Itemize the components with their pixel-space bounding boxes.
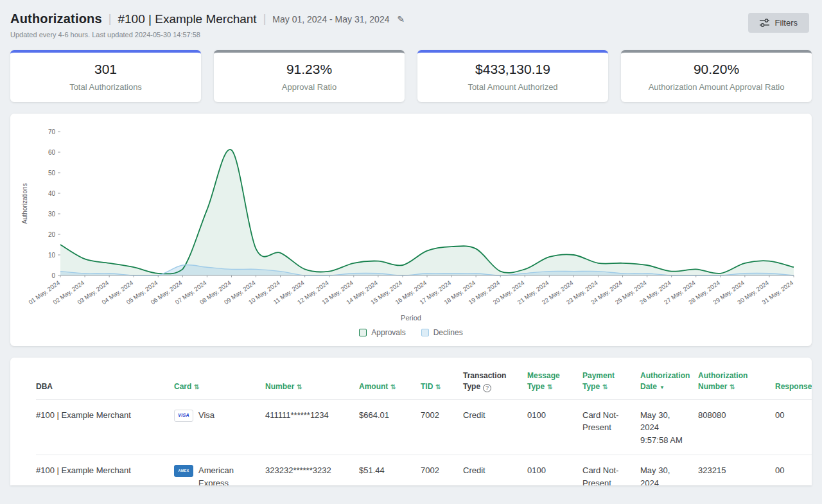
table-row[interactable]: #100 | Example Merchant AMEX American Ex… bbox=[36, 455, 812, 485]
cell-number: 323232******3232 bbox=[265, 455, 359, 485]
cell-authorization-number: 808080 bbox=[698, 399, 775, 455]
stat-value: 90.20% bbox=[625, 62, 808, 77]
stat-value: 91.23% bbox=[218, 62, 401, 77]
cell-amount: $51.44 bbox=[359, 455, 421, 485]
cell-transaction-type: Credit bbox=[463, 399, 527, 455]
legend-swatch bbox=[359, 329, 367, 336]
stat-card-total-authorizations: 301 Total Authorizations bbox=[10, 50, 201, 102]
column-header-response-code[interactable]: Response Code⇅ bbox=[775, 361, 812, 399]
cell-response-code: 00 bbox=[775, 399, 812, 455]
cell-authorization-date: May 30, 2024 9:57:58 AM bbox=[640, 399, 698, 455]
cell-amount: $664.01 bbox=[359, 399, 421, 455]
stat-label: Total Authorizations bbox=[14, 82, 197, 92]
stats-row: 301 Total Authorizations 91.23% Approval… bbox=[10, 50, 812, 102]
cell-tid: 7002 bbox=[421, 455, 463, 485]
column-label: Response Code bbox=[775, 382, 812, 391]
last-updated-text: Updated every 4-6 hours. Last updated 20… bbox=[10, 31, 405, 39]
cell-message-type: 0100 bbox=[527, 455, 582, 485]
sort-icon[interactable]: ⇅ bbox=[602, 383, 608, 390]
stat-card-total-amount-authorized: $433,130.19 Total Amount Authorized bbox=[417, 50, 608, 102]
stat-card-auth-amount-approval-ratio: 90.20% Authorization Amount Approval Rat… bbox=[621, 50, 812, 102]
authorizations-chart: 01020304050607001 May, 202402 May, 20240… bbox=[19, 123, 800, 315]
cell-number: 411111******1234 bbox=[265, 399, 359, 455]
cell-authorization-date: May 30, 2024 9:07:09 AM bbox=[640, 455, 698, 485]
legend-label: Declines bbox=[433, 328, 463, 337]
legend-swatch bbox=[421, 329, 429, 336]
merchant-title: #100 | Example Merchant bbox=[118, 12, 256, 26]
table-row[interactable]: #100 | Example Merchant VISA Visa 411111… bbox=[36, 399, 812, 455]
stat-label: Authorization Amount Approval Ratio bbox=[625, 82, 808, 92]
cell-dba: #100 | Example Merchant bbox=[36, 399, 174, 455]
y-tick-label: 60 bbox=[48, 149, 56, 156]
chart-legend: ApprovalsDeclines bbox=[19, 328, 803, 337]
y-tick-label: 10 bbox=[48, 252, 56, 259]
title-line: Authorizations | #100 | Example Merchant… bbox=[10, 12, 405, 26]
column-label: Payment Type bbox=[582, 371, 615, 391]
sort-icon[interactable]: ⇅ bbox=[194, 383, 199, 390]
cell-payment-type: Card Not-Present bbox=[582, 455, 640, 485]
column-header-message-type[interactable]: Message Type⇅ bbox=[527, 361, 582, 399]
sort-icon[interactable]: ⇅ bbox=[297, 383, 302, 390]
cell-payment-type: Card Not-Present bbox=[582, 399, 640, 455]
sort-icon[interactable]: ⇅ bbox=[547, 383, 552, 390]
sort-desc-icon[interactable]: ▼ bbox=[660, 385, 665, 390]
y-axis-title: Authorizations bbox=[21, 183, 28, 223]
y-tick-label: 20 bbox=[48, 231, 56, 238]
y-tick-label: 40 bbox=[48, 190, 56, 197]
column-header-payment-type[interactable]: Payment Type⇅ bbox=[582, 361, 640, 399]
stat-value: 301 bbox=[14, 62, 197, 77]
help-icon[interactable]: ? bbox=[483, 384, 491, 392]
sort-icon[interactable]: ⇅ bbox=[390, 383, 396, 390]
card-brand-icon: AMEX bbox=[174, 465, 193, 477]
cell-card: VISA Visa bbox=[174, 399, 265, 455]
column-header-card[interactable]: Card⇅ bbox=[174, 361, 265, 399]
column-header-tid[interactable]: TID⇅ bbox=[421, 361, 463, 399]
column-header-number[interactable]: Number⇅ bbox=[265, 361, 359, 399]
title-divider: | bbox=[109, 12, 112, 26]
cell-dba: #100 | Example Merchant bbox=[36, 455, 174, 485]
legend-item-approvals[interactable]: Approvals bbox=[359, 328, 405, 337]
authorizations-table: DBACard⇅Number⇅Amount⇅TID⇅Transaction Ty… bbox=[36, 361, 812, 485]
legend-label: Approvals bbox=[371, 328, 405, 337]
column-header-dba: DBA bbox=[36, 361, 174, 399]
column-header-authorization-number[interactable]: Authorization Number⇅ bbox=[698, 361, 775, 399]
y-tick-label: 30 bbox=[48, 211, 56, 218]
cell-response-code: 00 bbox=[775, 455, 812, 485]
stat-label: Total Amount Authorized bbox=[421, 82, 604, 92]
column-label: Authorization Date bbox=[640, 371, 690, 391]
chart-card: 01020304050607001 May, 202402 May, 20240… bbox=[10, 114, 812, 346]
cell-message-type: 0100 bbox=[527, 399, 582, 455]
filters-button[interactable]: Filters bbox=[748, 13, 809, 33]
edit-date-range-icon[interactable]: ✎ bbox=[397, 14, 405, 24]
y-tick-label: 0 bbox=[51, 272, 55, 279]
stat-label: Approval Ratio bbox=[218, 82, 401, 92]
area-approvals bbox=[60, 150, 794, 275]
legend-item-declines[interactable]: Declines bbox=[421, 328, 463, 337]
column-label: Message Type bbox=[527, 371, 560, 391]
column-label: Number bbox=[265, 382, 294, 391]
sort-icon[interactable]: ⇅ bbox=[730, 383, 735, 390]
column-header-authorization-date[interactable]: Authorization Date▼ bbox=[640, 361, 698, 399]
page-title: Authorizations bbox=[10, 12, 102, 26]
sort-icon[interactable]: ⇅ bbox=[435, 383, 441, 390]
stat-value: $433,130.19 bbox=[421, 62, 604, 77]
column-header-amount[interactable]: Amount⇅ bbox=[359, 361, 421, 399]
filters-label: Filters bbox=[775, 18, 798, 28]
column-label: Amount bbox=[359, 382, 388, 391]
date-range[interactable]: May 01, 2024 - May 31, 2024 bbox=[272, 14, 389, 24]
column-label: TID bbox=[421, 382, 433, 391]
column-label: Card bbox=[174, 382, 191, 391]
column-label: Authorization Number bbox=[698, 371, 748, 391]
title-block: Authorizations | #100 | Example Merchant… bbox=[10, 12, 405, 39]
cell-card: AMEX American Express bbox=[174, 455, 265, 485]
y-tick-label: 50 bbox=[48, 169, 56, 177]
card-brand-icon: VISA bbox=[174, 410, 193, 422]
authorizations-table-card: DBACard⇅Number⇅Amount⇅TID⇅Transaction Ty… bbox=[10, 358, 812, 485]
cell-authorization-number: 323215 bbox=[698, 455, 775, 485]
stat-card-approval-ratio: 91.23% Approval Ratio bbox=[214, 50, 405, 102]
filters-icon bbox=[760, 19, 769, 27]
column-header-transaction-type[interactable]: Transaction Type? bbox=[463, 361, 527, 399]
column-label: DBA bbox=[36, 382, 53, 391]
x-axis-title: Period bbox=[19, 314, 803, 322]
cell-tid: 7002 bbox=[421, 399, 463, 455]
